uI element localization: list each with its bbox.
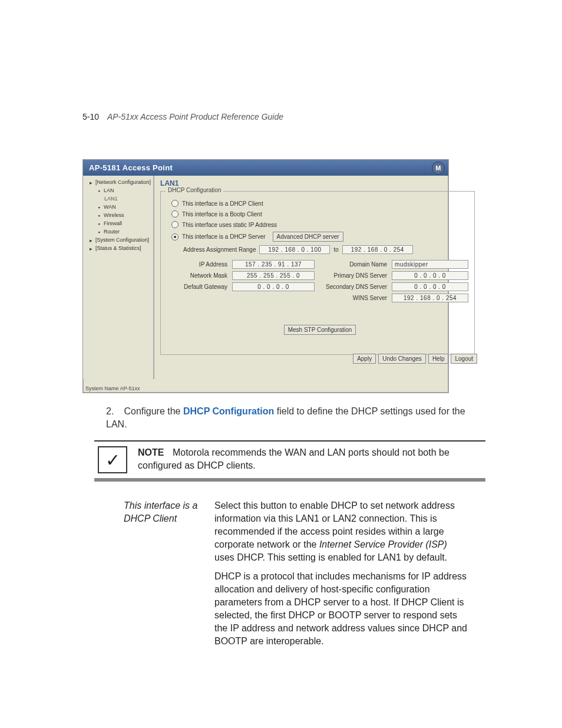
note-block: ✓ NOTE Motorola recommends the WAN and L…: [94, 440, 485, 482]
window-title: AP-5181 Access Point: [89, 163, 173, 172]
range-to-word: to: [333, 246, 338, 253]
primary-dns-label: Primary DNS Server: [319, 272, 387, 279]
secondary-dns-label: Secondary DNS Server: [319, 284, 387, 290]
primary-dns-input[interactable]: 0 . 0 . 0 . 0: [392, 271, 468, 280]
page-number: 5-10: [82, 112, 99, 121]
nav-router[interactable]: ▪Router: [95, 228, 152, 236]
mesh-stp-button[interactable]: Mesh STP Configuration: [284, 325, 356, 335]
domain-name-label: Domain Name: [319, 261, 387, 268]
window-titlebar: AP-5181 Access Point M: [83, 160, 448, 176]
ip-address-label: IP Address: [171, 261, 227, 268]
radio-static-ip[interactable]: [171, 221, 178, 228]
apply-button[interactable]: Apply: [353, 354, 376, 364]
step-2: 2. Configure the DHCP Configuration fiel…: [106, 405, 485, 431]
range-from-input[interactable]: 192 . 168 . 0 . 100: [259, 245, 330, 254]
main-panel: LAN1 DHCP Configuration This interface i…: [154, 176, 481, 379]
nav-lan[interactable]: ▪LAN: [95, 186, 152, 195]
range-to-input[interactable]: 192 . 168 . 0 . 254: [342, 245, 413, 254]
radio-bootp-client[interactable]: [171, 210, 178, 218]
nav-wireless[interactable]: ▪Wireless: [95, 211, 152, 219]
step-number: 2.: [106, 405, 121, 418]
network-mask-input[interactable]: 255 . 255 . 255 . 0: [232, 271, 315, 280]
advanced-dhcp-button[interactable]: Advanced DHCP server: [273, 232, 343, 242]
nav-lan1[interactable]: LAN1: [103, 195, 152, 203]
network-mask-label: Network Mask: [171, 272, 227, 279]
note-text: Motorola recommends the WAN and LAN port…: [138, 447, 449, 470]
radio-dhcp-client[interactable]: [171, 200, 178, 207]
motorola-logo-icon: M: [432, 162, 445, 174]
note-label: NOTE: [138, 447, 164, 457]
radio-bootp-client-label: This interface is a Bootp Client: [182, 211, 262, 218]
nav-status-stats[interactable]: ▸[Status & Statistics]: [87, 244, 152, 252]
radio-dhcp-server[interactable]: [171, 233, 178, 241]
definition-row: This interface is a DHCP Client Select t…: [124, 499, 485, 654]
nav-wan[interactable]: ▪WAN: [95, 203, 152, 211]
fieldset-legend: DHCP Configuration: [166, 187, 223, 193]
default-gateway-label: Default Gateway: [171, 284, 227, 290]
embedded-ui-screenshot: AP-5181 Access Point M ▸[Network Configu…: [82, 159, 449, 393]
nav-network-config[interactable]: ▸[Network Configuration]: [87, 178, 152, 186]
nav-firewall[interactable]: ▪Firewall: [95, 219, 152, 228]
domain-name-input[interactable]: mudskipper: [392, 260, 468, 269]
logout-button[interactable]: Logout: [451, 354, 477, 364]
radio-static-ip-label: This interface uses static IP Address: [182, 222, 277, 228]
checkmark-icon: ✓: [98, 446, 127, 473]
dhcp-configuration-fieldset: DHCP Configuration This interface is a D…: [160, 191, 475, 355]
nav-system-config[interactable]: ▸[System Configuration]: [87, 236, 152, 244]
wins-server-input[interactable]: 192 . 168 . 0 . 254: [392, 294, 468, 302]
secondary-dns-input[interactable]: 0 . 0 . 0 . 0: [392, 282, 468, 291]
radio-dhcp-server-label: This interface is a DHCP Server: [182, 233, 266, 240]
default-gateway-input[interactable]: 0 . 0 . 0 . 0: [232, 282, 315, 291]
ip-address-input[interactable]: 157 . 235 . 91 . 137: [232, 260, 315, 269]
undo-changes-button[interactable]: Undo Changes: [378, 354, 426, 364]
guide-title: AP-51xx Access Point Product Reference G…: [107, 112, 283, 121]
nav-tree: ▸[Network Configuration] ▪LAN LAN1 ▪WAN …: [83, 176, 154, 379]
range-label: Address Assignment Range: [183, 246, 256, 253]
definition-description: Select this button to enable DHCP to set…: [214, 499, 468, 654]
panel-heading: LAN1: [160, 179, 475, 187]
radio-dhcp-client-label: This interface is a DHCP Client: [182, 200, 263, 207]
help-button[interactable]: Help: [428, 354, 449, 364]
system-name-label: System Name AP-51xx: [85, 386, 140, 391]
definition-term: This interface is a DHCP Client: [124, 499, 200, 654]
page-header: 5-10 AP-51xx Access Point Product Refere…: [82, 112, 283, 121]
footer-buttons: Apply Undo Changes Help Logout: [353, 354, 477, 364]
step-text-before: Configure the: [124, 406, 183, 416]
step-keyword: DHCP Configuration: [183, 406, 274, 416]
wins-server-label: WINS Server: [319, 295, 387, 301]
